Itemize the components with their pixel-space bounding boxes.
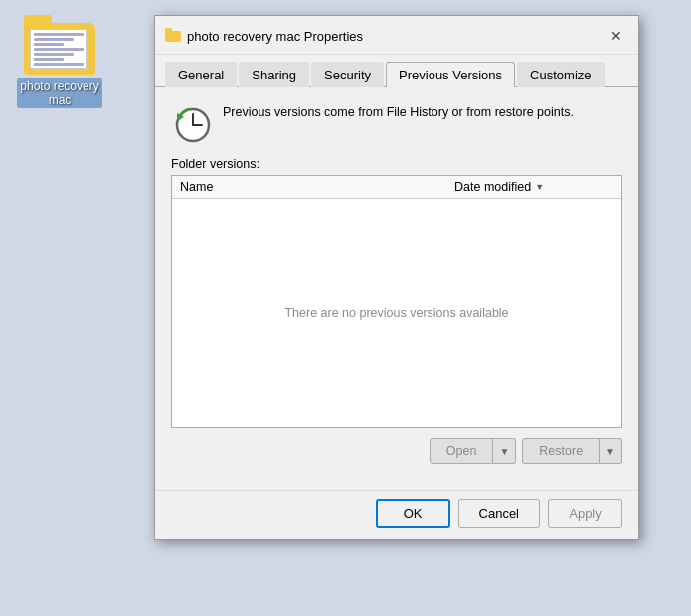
dialog-title: photo recovery mac Properties <box>187 29 605 44</box>
dialog-content: Previous versions come from File History… <box>155 87 638 490</box>
empty-message: There are no previous versions available <box>284 306 508 320</box>
dialog-title-folder-icon <box>165 28 181 44</box>
col-name: Name <box>180 180 454 194</box>
open-button-group: Open ▼ <box>430 438 517 464</box>
desktop: photo recovery mac photo recovery mac Pr… <box>0 0 691 616</box>
restore-dropdown-button[interactable]: ▼ <box>600 438 622 464</box>
dialog-footer: OK Cancel Apply <box>155 490 638 539</box>
info-text: Previous versions come from File History… <box>223 103 574 122</box>
tab-general[interactable]: General <box>165 62 237 87</box>
restore-button-group: Restore ▼ <box>522 438 622 464</box>
dialog-titlebar: photo recovery mac Properties ✕ <box>155 16 638 55</box>
restore-button[interactable]: Restore <box>522 438 600 464</box>
paper-line <box>34 63 84 66</box>
paper-line <box>34 58 64 61</box>
versions-table: Name Date modified ▼ There are no previo… <box>171 175 622 428</box>
info-row: Previous versions come from File History… <box>171 103 622 143</box>
title-folder-body <box>165 31 181 42</box>
apply-button[interactable]: Apply <box>548 499 622 528</box>
folder-body <box>24 23 95 75</box>
paper-line <box>34 48 84 51</box>
desktop-folder-icon[interactable]: photo recovery mac <box>10 10 109 113</box>
paper-line <box>34 43 64 46</box>
open-dropdown-button[interactable]: ▼ <box>493 438 516 464</box>
table-header: Name Date modified ▼ <box>172 176 621 199</box>
section-label: Folder versions: <box>171 157 622 171</box>
action-buttons: Open ▼ Restore ▼ <box>171 438 622 464</box>
tab-sharing[interactable]: Sharing <box>239 62 309 87</box>
folder-label: photo recovery mac <box>17 78 101 108</box>
tabs-container: General Sharing Security Previous Versio… <box>155 55 638 87</box>
folder-image <box>24 15 95 75</box>
ok-button[interactable]: OK <box>376 499 450 528</box>
sort-icon: ▼ <box>535 182 544 192</box>
tab-security[interactable]: Security <box>311 62 384 87</box>
clock-restore-icon <box>171 103 211 143</box>
folder-paper <box>30 29 87 69</box>
properties-dialog: photo recovery mac Properties ✕ General … <box>154 15 639 540</box>
paper-line <box>34 33 84 36</box>
open-button[interactable]: Open <box>430 438 494 464</box>
table-body: There are no previous versions available <box>172 199 621 427</box>
paper-line <box>34 38 74 41</box>
col-date: Date modified ▼ <box>454 180 613 194</box>
cancel-button[interactable]: Cancel <box>458 499 540 528</box>
tab-customize[interactable]: Customize <box>517 62 604 87</box>
tab-previous-versions[interactable]: Previous Versions <box>386 62 515 87</box>
paper-line <box>34 53 74 56</box>
dialog-close-button[interactable]: ✕ <box>605 24 628 48</box>
